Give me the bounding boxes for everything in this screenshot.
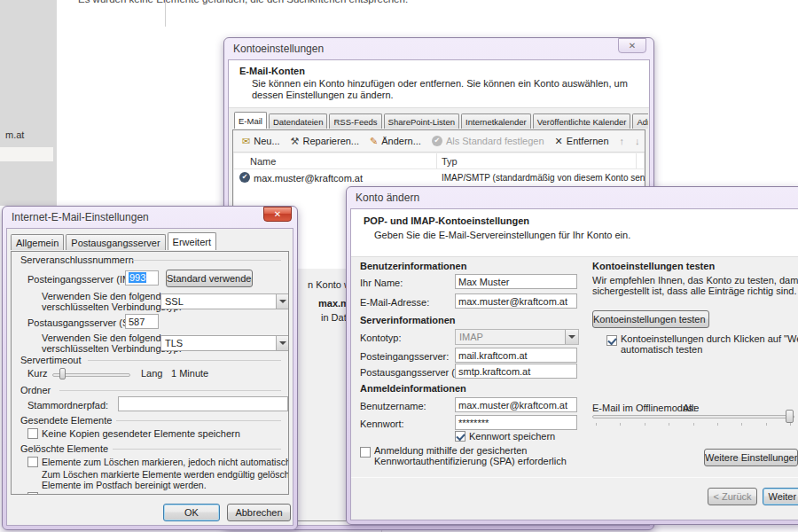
- auto-test-label-line2: automatisch testen: [621, 344, 702, 355]
- delete-note-line1: Zum Löschen markierte Elemente werden en…: [42, 469, 289, 480]
- username-field[interactable]: [455, 397, 577, 412]
- incoming-server-label: Posteingangsserver:: [360, 351, 449, 362]
- tab-datendateien[interactable]: Datendateien: [269, 113, 328, 129]
- imap-encryption-select[interactable]: SSL: [160, 293, 289, 309]
- test-account-button[interactable]: Kontoeinstellungen testen ...: [592, 310, 709, 328]
- internet-email-title: Internet-E-Mail-Einstellungen: [12, 211, 149, 223]
- tab-postausgangsserver[interactable]: Postausgangsserver: [66, 234, 165, 250]
- purge-label: Elemente beim Wechseln von Ordnern im On…: [42, 492, 289, 495]
- column-header-name[interactable]: Name: [250, 156, 276, 167]
- timeout-slider-thumb[interactable]: [59, 368, 66, 379]
- timeout-group-line: [88, 360, 281, 361]
- tab-internetkalender[interactable]: Internetkalender: [461, 113, 531, 129]
- ok-button[interactable]: OK: [163, 504, 220, 521]
- chevron-down-icon[interactable]: [565, 330, 578, 344]
- tab-allgemein[interactable]: Allgemein: [11, 234, 64, 250]
- change-account-title: Konto ändern: [356, 192, 419, 204]
- account-row-name: max.muster@kraftcom.at: [254, 173, 363, 184]
- server-info-section: Serverinformationen: [360, 315, 456, 325]
- username-label: Benutzername:: [360, 401, 426, 411]
- name-label: Ihr Name:: [360, 278, 403, 288]
- account-type-label: Kontotyp:: [360, 332, 401, 343]
- background-message: Es wurden keine Elemente gefunden, die d…: [78, 0, 408, 4]
- outgoing-server-field[interactable]: [455, 364, 577, 379]
- ports-group-label: Serveranschlussnummern: [20, 254, 134, 265]
- internet-email-titlebar[interactable]: Internet-E-Mail-Einstellungen ✕: [3, 207, 297, 228]
- password-field[interactable]: [455, 415, 577, 430]
- offline-mail-slider-track[interactable]: [592, 415, 794, 419]
- repair-account-button[interactable]: ⚒ Reparieren...: [286, 133, 364, 150]
- chevron-down-icon[interactable]: [276, 336, 289, 350]
- deleted-group-label: Gelöschte Elemente: [20, 443, 108, 454]
- back-button[interactable]: < Zurück: [708, 488, 757, 505]
- folder-group-line: [59, 390, 281, 391]
- timeout-short-label: Kurz: [27, 368, 48, 379]
- move-down-button[interactable]: ↓: [630, 133, 645, 149]
- auto-test-label-line1: Kontoeinstellungen durch Klicken auf "We…: [621, 333, 798, 344]
- mark-delete-checkbox[interactable]: [27, 457, 38, 467]
- test-description-line2: sichergestellt ist, dass alle Einträge r…: [592, 286, 797, 296]
- accounts-toolbar: ✉ Neu... ⚒ Reparieren... ✎ Ändern... ✔ A…: [233, 130, 645, 153]
- desktop: m.at Es wurden keine Elemente gefunden, …: [0, 0, 798, 532]
- new-mail-icon: ✉: [242, 136, 250, 147]
- tab-rss-feeds[interactable]: RSS-Feeds: [329, 113, 381, 129]
- imap-port-input[interactable]: 993: [125, 270, 159, 286]
- save-password-checkbox[interactable]: [455, 431, 466, 442]
- close-icon-red[interactable]: ✕: [263, 207, 292, 222]
- close-icon[interactable]: ✕: [618, 38, 646, 53]
- change-pencil-icon: ✎: [370, 136, 378, 147]
- move-up-button[interactable]: ↑: [614, 133, 630, 149]
- remove-account-button[interactable]: ✕ Entfernen: [550, 133, 614, 150]
- tab-sharepoint-listen[interactable]: SharePoint-Listen: [384, 113, 460, 129]
- folder-pane-selected-row[interactable]: [0, 147, 53, 161]
- account-type-select[interactable]: IMAP: [455, 329, 579, 345]
- account-row[interactable]: ✔ max.muster@kraftcom.at IMAP/SMTP (stan…: [234, 169, 644, 185]
- root-path-field[interactable]: [118, 396, 288, 411]
- new-account-button[interactable]: ✉ Neu...: [237, 133, 286, 150]
- email-field[interactable]: [455, 293, 577, 309]
- sent-group-line: [116, 420, 281, 421]
- offline-mail-slider-thumb[interactable]: [786, 410, 794, 423]
- account-settings-titlebar[interactable]: Kontoeinstellungen ✕: [224, 38, 653, 59]
- tab-email[interactable]: E-Mail: [234, 112, 267, 129]
- imap-enc-label-line1: Verwenden Sie den folgenden: [42, 291, 172, 301]
- folder-group-label: Ordner: [20, 385, 51, 395]
- change-account-titlebar[interactable]: Konto ändern: [347, 187, 798, 208]
- account-settings-title: Kontoeinstellungen: [233, 43, 324, 55]
- tab-veroeffentlichte-kalender[interactable]: Veröffentlichte Kalender: [533, 113, 631, 129]
- chevron-down-icon[interactable]: [276, 294, 289, 309]
- tab-erweitert[interactable]: Erweitert: [168, 232, 216, 250]
- password-label: Kennwort:: [360, 419, 404, 429]
- smtp-port-input[interactable]: [125, 314, 159, 329]
- header-title: E-Mail-Konten: [239, 66, 305, 76]
- change-account-button[interactable]: ✎ Ändern...: [364, 133, 426, 150]
- spa-label-line1: Anmeldung mithilfe der gesicherten: [374, 445, 527, 456]
- wizard-header-description: Geben Sie die E-Mail-Servereinstellungen…: [374, 230, 630, 240]
- auto-test-checkbox[interactable]: [606, 335, 617, 346]
- set-default-button[interactable]: ✔ Als Standard festlegen: [426, 133, 550, 149]
- no-copies-checkbox[interactable]: [27, 428, 38, 439]
- spa-checkbox[interactable]: [360, 447, 371, 458]
- column-divider-right[interactable]: [636, 153, 637, 168]
- change-account-header: POP- und IMAP-Kontoeinstellungen Geben S…: [351, 209, 798, 257]
- purge-checkbox[interactable]: [27, 492, 38, 495]
- use-default-button[interactable]: Standard verwenden: [166, 270, 253, 287]
- cancel-button[interactable]: Abbrechen: [227, 504, 291, 521]
- background-divider: [165, 0, 166, 27]
- tab-adressbuecher[interactable]: Adressbücher: [632, 113, 648, 129]
- email-label: E-Mail-Adresse:: [360, 297, 429, 308]
- more-settings-button[interactable]: Weitere Einstellungen: [704, 449, 798, 466]
- next-button[interactable]: Weiter >: [763, 488, 798, 505]
- header-description: Sie können ein Konto hinzufügen oder ent…: [252, 78, 645, 101]
- column-divider[interactable]: [436, 153, 437, 168]
- delete-note-line2: Elemente im Postfach bereinigt werden.: [42, 480, 207, 490]
- ports-group-line: [132, 260, 281, 261]
- login-info-section: Anmeldeinformationen: [360, 383, 466, 394]
- name-field[interactable]: [455, 274, 577, 289]
- column-header-type[interactable]: Typ: [442, 156, 458, 167]
- incoming-server-field[interactable]: [455, 348, 577, 363]
- sent-group-label: Gesendete Elemente: [20, 415, 112, 426]
- smtp-enc-label-line1: Verwenden Sie den folgenden: [42, 332, 172, 343]
- advanced-tab-panel: Serveranschlussnummern Posteingangsserve…: [11, 251, 289, 495]
- smtp-encryption-select[interactable]: TLS: [160, 335, 289, 351]
